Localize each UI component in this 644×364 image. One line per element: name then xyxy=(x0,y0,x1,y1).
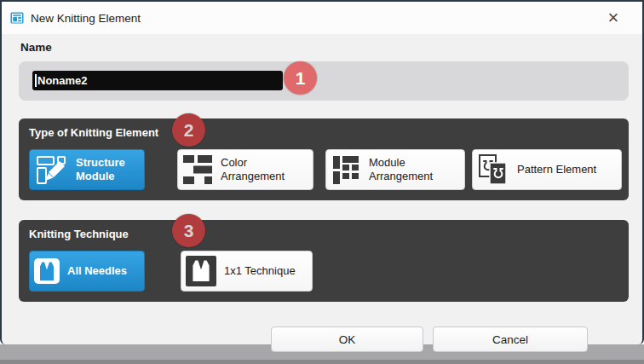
close-icon[interactable]: × xyxy=(600,5,627,31)
app-icon xyxy=(10,11,24,25)
module-arrangement-button[interactable]: ModuleArrangement xyxy=(325,149,465,190)
1x1-technique-icon xyxy=(186,256,216,286)
annotation-badge-1: 1 xyxy=(284,61,317,95)
1x1-technique-button[interactable]: 1x1 Technique xyxy=(181,251,313,292)
name-input-value: Noname2 xyxy=(37,74,88,87)
technique-button-row: All Needles 1x1 Technique xyxy=(29,251,313,292)
name-label: Name xyxy=(20,41,52,54)
all-needles-icon xyxy=(34,258,60,284)
color-arrangement-button[interactable]: ColorArrangement xyxy=(177,149,313,190)
annotation-badge-3: 3 xyxy=(172,214,205,247)
module-arrangement-icon xyxy=(331,154,361,185)
new-knitting-element-dialog: New Knitting Element × Name Noname2 Type… xyxy=(0,0,644,364)
pattern-element-icon xyxy=(477,153,509,186)
name-panel: Noname2 xyxy=(19,61,629,101)
color-arrangement-icon xyxy=(182,154,213,185)
cancel-button[interactable]: Cancel xyxy=(433,326,588,352)
window-title: New Knitting Element xyxy=(31,12,141,25)
type-button-row: StructureModule xyxy=(29,149,622,190)
structure-module-button[interactable]: StructureModule xyxy=(29,149,145,190)
pattern-element-button[interactable]: Pattern Element xyxy=(472,149,622,190)
knitting-technique-section: Knitting Technique All Needles xyxy=(19,220,629,302)
type-section-label: Type of Knitting Element xyxy=(29,126,158,139)
ok-button[interactable]: OK xyxy=(271,326,423,352)
annotation-badge-2: 2 xyxy=(172,113,205,147)
dialog-window: New Knitting Element × Name Noname2 Type… xyxy=(0,0,644,344)
technique-section-label: Knitting Technique xyxy=(29,228,129,240)
type-of-knitting-element-section: Type of Knitting Element xyxy=(19,118,629,200)
all-needles-button[interactable]: All Needles xyxy=(29,251,145,292)
name-input[interactable]: Noname2 xyxy=(32,71,283,90)
titlebar: New Knitting Element × xyxy=(2,2,642,34)
text-caret xyxy=(35,74,37,87)
structure-module-icon xyxy=(34,153,68,187)
